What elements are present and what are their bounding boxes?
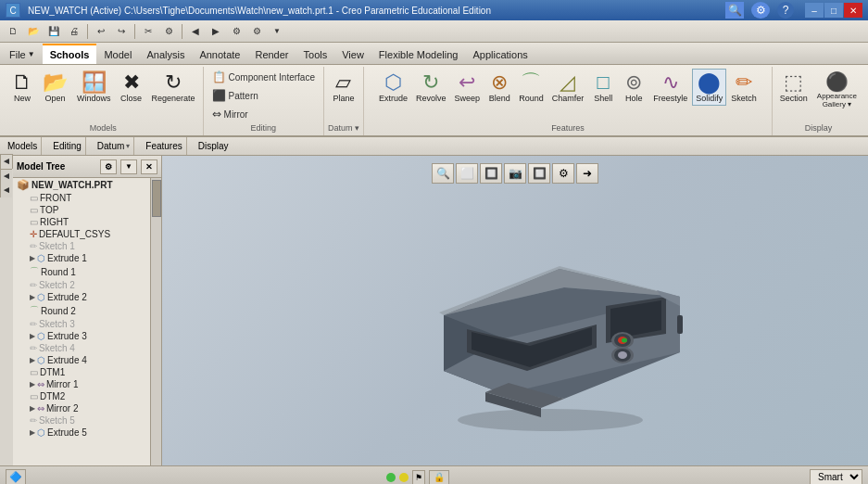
qa-regen-btn[interactable]: ⚙ xyxy=(227,23,245,40)
qa-new-btn[interactable]: 🗋 xyxy=(4,23,22,40)
tree-item-round2[interactable]: ⌒ Round 2 xyxy=(13,303,148,318)
menu-tools[interactable]: Tools xyxy=(296,44,335,64)
tree-scrollbar[interactable] xyxy=(150,178,161,465)
tree-item-round1[interactable]: ⌒ Round 1 xyxy=(13,264,148,279)
mirror-button[interactable]: ⇔ Mirror xyxy=(208,106,253,122)
menu-view[interactable]: View xyxy=(334,44,371,64)
qa-save-btn[interactable]: 💾 xyxy=(44,23,63,40)
tree-item-mirror2[interactable]: ▶ ⇔ Mirror 2 xyxy=(13,402,148,414)
new-button[interactable]: 🗋 New xyxy=(7,69,37,106)
menu-analysis[interactable]: Analysis xyxy=(139,44,192,64)
minimize-button[interactable]: – xyxy=(805,3,824,18)
round-button[interactable]: ⌒ Round xyxy=(515,69,547,106)
chamfer-button[interactable]: ◿ Chamfer xyxy=(548,69,588,106)
new-label: New xyxy=(14,94,31,103)
shell-button[interactable]: □ Shell xyxy=(588,69,618,106)
tree-item-top[interactable]: ▭ TOP xyxy=(13,204,148,216)
qa-forward-btn[interactable]: ▶ xyxy=(207,23,225,40)
menu-applications[interactable]: Applications xyxy=(465,44,535,64)
tree-item-extrude3[interactable]: ▶ ⬡ Extrude 3 xyxy=(13,330,148,342)
smart-select[interactable]: Smart xyxy=(810,469,862,484)
vp-fit-btn[interactable]: ⬜ xyxy=(456,163,478,184)
close-button-ribbon[interactable]: ✖ Close xyxy=(117,69,146,106)
tree-item-dtm1[interactable]: ▭ DTM1 xyxy=(13,366,148,378)
viewport[interactable]: 🔍 ⬜ 🔲 📷 🔲 ⚙ ➜ xyxy=(162,156,868,465)
plane-button[interactable]: ▱ Plane xyxy=(329,69,359,106)
vp-settings-btn[interactable]: ⚙ xyxy=(552,163,574,184)
qa-misc-btn[interactable]: ⚙ xyxy=(247,23,266,40)
tree-item-sketch3[interactable]: ✏ Sketch 3 xyxy=(13,318,148,330)
vp-zoom-btn[interactable]: 🔍 xyxy=(432,163,454,184)
tree-filter-btn[interactable]: ▼ xyxy=(120,159,137,174)
hole-button[interactable]: ⊚ Hole xyxy=(619,69,648,106)
tab-model-tree[interactable]: ▶ xyxy=(0,154,12,169)
tree-item-extrude2[interactable]: ▶ ⬡ Extrude 2 xyxy=(13,291,148,303)
vp-pointer-btn[interactable]: ➜ xyxy=(576,163,598,184)
qa-redo-btn[interactable]: ↪ xyxy=(112,23,131,40)
qa-print-btn[interactable]: 🖨 xyxy=(65,23,83,40)
tree-scroll-area[interactable]: 📦 NEW_WATCH.PRT ▭ FRONT ▭ TOP xyxy=(13,178,161,465)
status-icon-btn[interactable]: 🔷 xyxy=(6,469,26,485)
tree-item-mirror1[interactable]: ▶ ⇔ Mirror 1 xyxy=(13,378,148,390)
extrude-button[interactable]: ⬡ Extrude xyxy=(375,69,411,106)
vp-select-btn[interactable]: 🔲 xyxy=(528,163,550,184)
windows-button[interactable]: 🪟 Windows xyxy=(73,69,115,106)
shell-icon: □ xyxy=(598,71,610,94)
tree-item-dtm2[interactable]: ▭ DTM2 xyxy=(13,390,148,402)
solidify-button[interactable]: ⬤ Solidify xyxy=(692,69,726,106)
revolve-button[interactable]: ↻ Revolve xyxy=(412,69,450,106)
menu-schools[interactable]: Schools xyxy=(43,44,97,64)
datum-dropdown[interactable]: ▾ xyxy=(355,123,359,133)
tree-item-right[interactable]: ▭ RIGHT xyxy=(13,216,148,228)
ribbon-group-models: 🗋 New 📂 Open 🪟 Windows ✖ Close ↻ Re xyxy=(4,67,204,135)
help-icon[interactable]: ? xyxy=(777,2,794,19)
hole-label: Hole xyxy=(625,94,643,103)
menu-model[interactable]: Model xyxy=(96,44,139,64)
status-lock-btn[interactable]: 🔒 xyxy=(429,470,449,485)
vp-box-btn[interactable]: 🔲 xyxy=(480,163,502,184)
cmd-datum-dropdown[interactable]: Datum ▾ xyxy=(97,141,130,151)
tree-item-sketch5[interactable]: ✏ Sketch 5 xyxy=(13,414,148,427)
menu-flexible[interactable]: Flexible Modeling xyxy=(371,44,466,64)
round-label: Round xyxy=(519,94,544,103)
tab-something[interactable]: ▶ xyxy=(0,184,12,197)
tree-scroll-thumb[interactable] xyxy=(152,180,161,217)
tree-item-root[interactable]: 📦 NEW_WATCH.PRT xyxy=(13,178,148,192)
open-button[interactable]: 📂 Open xyxy=(39,69,71,106)
tree-item-sketch4[interactable]: ✏ Sketch 4 xyxy=(13,342,148,354)
component-interface-button[interactable]: 📋 Component Interface xyxy=(208,69,320,85)
tree-collapse-btn[interactable]: ✕ xyxy=(141,159,157,174)
vp-camera-btn[interactable]: 📷 xyxy=(504,163,526,184)
pattern-icon: ⬛ xyxy=(212,89,226,102)
qa-back-btn[interactable]: ◀ xyxy=(186,23,205,40)
qa-cut-btn[interactable]: ✂ xyxy=(139,23,157,40)
section-button[interactable]: ⬚ Section xyxy=(776,69,811,106)
exp4-expand: ▶ xyxy=(30,356,35,364)
tab-layer-tree[interactable]: ▶ xyxy=(0,169,12,184)
qa-undo-btn[interactable]: ↩ xyxy=(92,23,110,40)
menu-render[interactable]: Render xyxy=(247,44,296,64)
qa-dropdown-btn[interactable]: ▼ xyxy=(268,23,286,40)
tree-item-sketch2[interactable]: ✏ Sketch 2 xyxy=(13,279,148,291)
qa-open-btn[interactable]: 📂 xyxy=(24,23,43,40)
tree-settings-btn[interactable]: ⚙ xyxy=(100,159,117,174)
sweep-button[interactable]: ↩ Sweep xyxy=(451,69,484,106)
tree-item-csys[interactable]: ✛ DEFAULT_CSYS xyxy=(13,228,148,240)
appearance-gallery-button[interactable]: ⚫ AppearanceGallery ▾ xyxy=(813,69,861,111)
blend-button[interactable]: ⊗ Blend xyxy=(484,69,514,106)
close-button[interactable]: ✕ xyxy=(844,3,862,18)
tree-item-extrude1[interactable]: ▶ ⬡ Extrude 1 xyxy=(13,252,148,264)
regenerate-button[interactable]: ↻ Regenerate xyxy=(148,69,199,106)
maximize-button[interactable]: □ xyxy=(824,3,843,18)
menu-annotate[interactable]: Annotate xyxy=(192,44,247,64)
freestyle-button[interactable]: ∿ Freestyle xyxy=(649,69,691,106)
tree-item-sketch1[interactable]: ✏ Sketch 1 xyxy=(13,240,148,252)
sketch-button[interactable]: ✏ Sketch xyxy=(727,69,761,106)
status-flag-btn[interactable]: ⚑ xyxy=(412,470,425,485)
pattern-button[interactable]: ⬛ Pattern xyxy=(208,87,263,104)
tree-item-extrude4[interactable]: ▶ ⬡ Extrude 4 xyxy=(13,354,148,366)
qa-more-btn[interactable]: ⚙ xyxy=(159,23,178,40)
tree-item-front[interactable]: ▭ FRONT xyxy=(13,192,148,204)
tree-item-extrude5[interactable]: ▶ ⬡ Extrude 5 xyxy=(13,427,148,439)
menu-file[interactable]: File ▼ xyxy=(2,44,43,64)
